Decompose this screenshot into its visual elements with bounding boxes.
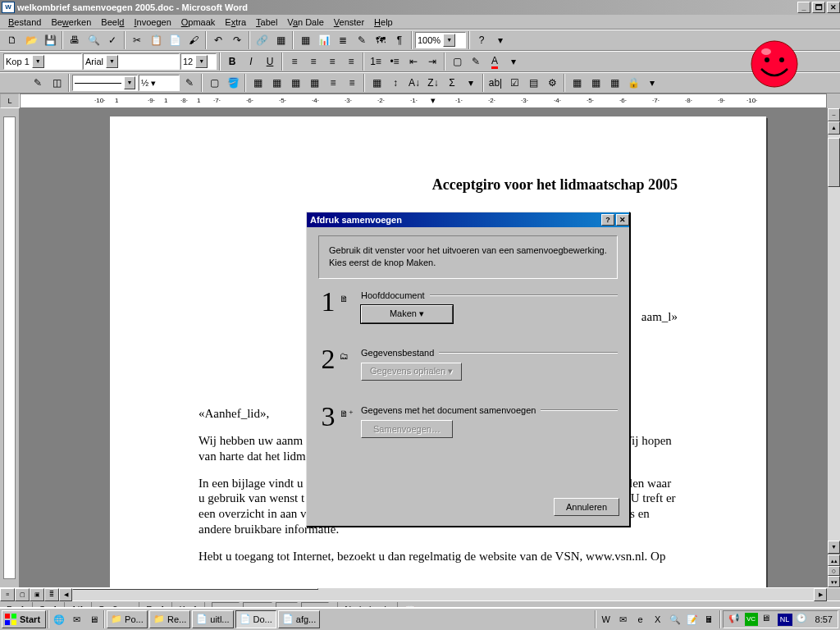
columns-button[interactable]: ≣ bbox=[334, 31, 352, 49]
ql-notepad-icon[interactable]: 📝 bbox=[684, 610, 701, 628]
task-item[interactable]: 📄afg... bbox=[278, 610, 320, 628]
bold-button[interactable]: B bbox=[223, 52, 241, 71]
zoom-combo[interactable]: 100% ▼ bbox=[415, 32, 466, 48]
print-preview-button[interactable]: 🔍 bbox=[84, 31, 103, 49]
shading-color-button[interactable]: 🪣 bbox=[224, 74, 242, 92]
ql-desktop-icon[interactable]: 🖥 bbox=[85, 610, 102, 628]
font-color-button[interactable]: A bbox=[486, 52, 504, 71]
scroll-left-button[interactable]: ◀ bbox=[59, 588, 72, 601]
task-item[interactable]: 📄uitl... bbox=[192, 610, 233, 628]
minimize-button[interactable]: _ bbox=[797, 2, 810, 13]
menu-vandale[interactable]: Van Dale bbox=[282, 16, 328, 29]
tray-language[interactable]: NL bbox=[778, 614, 792, 626]
maximize-button[interactable]: 🗖 bbox=[812, 2, 825, 13]
menu-bestand[interactable]: Bestand bbox=[3, 16, 46, 29]
underline-button[interactable]: U bbox=[261, 52, 279, 71]
ql-outlook-icon[interactable]: ✉ bbox=[68, 610, 84, 628]
ql-excel-icon[interactable]: X bbox=[650, 610, 666, 628]
decrease-indent-button[interactable]: ⇤ bbox=[404, 52, 422, 71]
insert-table-button[interactable]: ▦ bbox=[296, 31, 314, 49]
toolbar-options-button[interactable]: ▾ bbox=[504, 52, 523, 71]
form-dropdown-button[interactable]: ▤ bbox=[524, 74, 542, 92]
task-item[interactable]: 📁Re... bbox=[149, 610, 190, 628]
spell-check-button[interactable]: ✓ bbox=[103, 31, 121, 49]
justify-button[interactable]: ≡ bbox=[342, 52, 360, 71]
draw-table-button[interactable]: ✎ bbox=[29, 74, 47, 92]
style-combo[interactable]: Kop 1 ▼ bbox=[3, 53, 82, 70]
help-button[interactable]: ? bbox=[472, 31, 491, 49]
scroll-track[interactable] bbox=[828, 135, 840, 541]
ql-explorer-icon[interactable]: 🔍 bbox=[667, 610, 683, 628]
bulleted-list-button[interactable]: •≡ bbox=[386, 52, 404, 71]
task-item-active[interactable]: 📄Do... bbox=[235, 610, 276, 628]
font-combo[interactable]: Arial ▼ bbox=[83, 53, 180, 70]
border-color-button[interactable]: ✎ bbox=[180, 74, 199, 92]
ql-ie-icon[interactable]: 🌐 bbox=[51, 610, 67, 628]
cancel-button[interactable]: Annuleren bbox=[554, 498, 619, 516]
italic-button[interactable]: I bbox=[242, 52, 260, 71]
insert-table2-button[interactable]: ▦ bbox=[249, 74, 267, 92]
form-frame-button[interactable]: ▦ bbox=[587, 74, 605, 92]
form-text-button[interactable]: ab| bbox=[486, 74, 504, 92]
print-button[interactable]: 🖶 bbox=[66, 31, 84, 49]
line-style-combo[interactable]: ▼ bbox=[72, 75, 138, 91]
increase-indent-button[interactable]: ⇥ bbox=[423, 52, 441, 71]
outline-view-button[interactable]: ≣ bbox=[44, 588, 59, 601]
menu-extra[interactable]: Extra bbox=[220, 16, 251, 29]
doc-map-button[interactable]: 🗺 bbox=[372, 31, 390, 49]
align-cells-button[interactable]: ▦ bbox=[305, 74, 323, 92]
toolbar-options-button[interactable]: ▾ bbox=[643, 74, 661, 92]
numbered-list-button[interactable]: 1≡ bbox=[367, 52, 385, 71]
toolbar-options-button[interactable]: ▾ bbox=[462, 74, 480, 92]
vertical-ruler[interactable] bbox=[0, 108, 20, 587]
text-direction-button[interactable]: ↕ bbox=[386, 74, 404, 92]
open-button[interactable]: 📂 bbox=[22, 31, 40, 49]
maken-button[interactable]: Maken ▾ bbox=[361, 305, 453, 323]
tray-scheduler-icon[interactable]: 🕑 bbox=[796, 613, 809, 626]
scroll-thumb[interactable] bbox=[828, 138, 840, 187]
highlight-button[interactable]: ✎ bbox=[467, 52, 485, 71]
normal-view-button[interactable]: ≡ bbox=[0, 588, 15, 601]
redo-button[interactable]: ↷ bbox=[228, 31, 246, 49]
system-tray[interactable]: 📢 VC 🖥 NL 🕑 8:57 bbox=[723, 610, 838, 628]
autosum-button[interactable]: Σ bbox=[443, 74, 461, 92]
align-center-button[interactable]: ≡ bbox=[304, 52, 322, 71]
start-button[interactable]: Start bbox=[2, 610, 46, 628]
ql-outlook-icon[interactable]: ✉ bbox=[615, 610, 632, 628]
eraser-button[interactable]: ◫ bbox=[48, 74, 66, 92]
chevron-down-icon[interactable]: ▼ bbox=[195, 55, 208, 68]
sort-asc-button[interactable]: A↓ bbox=[405, 74, 423, 92]
chevron-down-icon[interactable]: ▼ bbox=[443, 34, 455, 47]
menu-bewerken[interactable]: Bewerken bbox=[46, 16, 96, 29]
format-painter-button[interactable]: 🖌 bbox=[185, 31, 203, 49]
scroll-right-button[interactable]: ▶ bbox=[814, 588, 827, 601]
form-checkbox-button[interactable]: ☑ bbox=[505, 74, 523, 92]
close-button[interactable]: ✕ bbox=[827, 2, 840, 13]
ql-word-icon[interactable]: W bbox=[598, 610, 614, 628]
form-shading-button[interactable]: ▦ bbox=[605, 74, 623, 92]
dialog-close-button[interactable]: ✕ bbox=[616, 214, 629, 226]
drawing-button[interactable]: ✎ bbox=[353, 31, 371, 49]
paste-button[interactable]: 📄 bbox=[166, 31, 184, 49]
excel-button[interactable]: 📊 bbox=[315, 31, 333, 49]
borders-button[interactable]: ▢ bbox=[448, 52, 466, 71]
form-protect-button[interactable]: 🔒 bbox=[624, 74, 642, 92]
new-doc-button[interactable]: 🗋 bbox=[3, 31, 21, 49]
hyperlink-button[interactable]: 🔗 bbox=[253, 31, 271, 49]
split-cells-button[interactable]: ▦ bbox=[286, 74, 304, 92]
sort-desc-button[interactable]: Z↓ bbox=[424, 74, 442, 92]
next-page-button[interactable]: ▾▾ bbox=[828, 576, 840, 587]
form-options-button[interactable]: ⚙ bbox=[543, 74, 561, 92]
task-item[interactable]: 📁Po... bbox=[107, 610, 148, 628]
menu-venster[interactable]: Venster bbox=[329, 16, 369, 29]
menu-invoegen[interactable]: Invoegen bbox=[129, 16, 176, 29]
menu-beeld[interactable]: Beeld bbox=[96, 16, 129, 29]
menu-tabel[interactable]: Tabel bbox=[251, 16, 282, 29]
distribute-cols-button[interactable]: ≡ bbox=[343, 74, 361, 92]
dialog-titlebar[interactable]: Afdruk samenvoegen ? ✕ bbox=[307, 212, 629, 227]
ruler-corner[interactable]: L bbox=[0, 94, 20, 108]
scroll-up-button[interactable]: ▲ bbox=[828, 121, 840, 135]
scroll-split-button[interactable]: – bbox=[828, 108, 840, 121]
ql-ie-icon[interactable]: e bbox=[632, 610, 649, 628]
chevron-down-icon[interactable]: ▼ bbox=[106, 55, 118, 68]
